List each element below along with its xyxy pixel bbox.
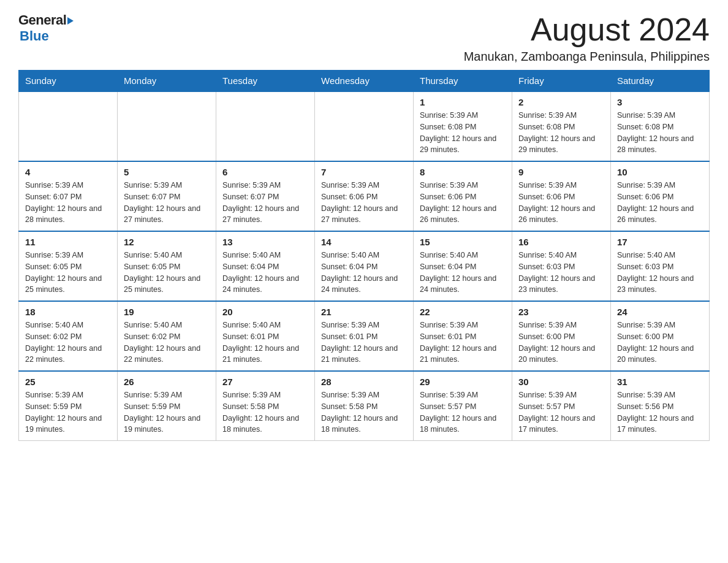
header-monday: Monday	[118, 71, 216, 92]
day-number: 3	[617, 97, 703, 107]
week-row-4: 18Sunrise: 5:40 AMSunset: 6:02 PMDayligh…	[19, 301, 710, 371]
calendar-cell: 20Sunrise: 5:40 AMSunset: 6:01 PMDayligh…	[216, 301, 315, 371]
header-friday: Friday	[512, 71, 611, 92]
calendar-cell: 19Sunrise: 5:40 AMSunset: 6:02 PMDayligh…	[118, 301, 216, 371]
calendar-cell: 10Sunrise: 5:39 AMSunset: 6:06 PMDayligh…	[611, 161, 710, 231]
day-info: Sunrise: 5:40 AMSunset: 6:04 PMDaylight:…	[222, 250, 308, 296]
day-number: 5	[124, 167, 210, 177]
day-info: Sunrise: 5:39 AMSunset: 6:08 PMDaylight:…	[420, 110, 506, 156]
day-number: 10	[617, 167, 703, 177]
calendar-cell: 22Sunrise: 5:39 AMSunset: 6:01 PMDayligh…	[414, 301, 512, 371]
calendar-cell: 6Sunrise: 5:39 AMSunset: 6:07 PMDaylight…	[216, 161, 315, 231]
day-info: Sunrise: 5:40 AMSunset: 6:01 PMDaylight:…	[222, 320, 308, 366]
calendar-cell: 9Sunrise: 5:39 AMSunset: 6:06 PMDaylight…	[512, 161, 611, 231]
day-number: 11	[25, 237, 111, 247]
day-number: 31	[617, 377, 703, 387]
day-info: Sunrise: 5:39 AMSunset: 5:58 PMDaylight:…	[321, 389, 407, 435]
day-info: Sunrise: 5:39 AMSunset: 6:08 PMDaylight:…	[617, 110, 703, 156]
calendar-cell: 11Sunrise: 5:39 AMSunset: 6:05 PMDayligh…	[19, 231, 118, 301]
day-number: 25	[25, 377, 111, 387]
day-info: Sunrise: 5:40 AMSunset: 6:03 PMDaylight:…	[518, 250, 604, 296]
day-info: Sunrise: 5:39 AMSunset: 5:56 PMDaylight:…	[617, 389, 703, 435]
day-number: 30	[518, 377, 604, 387]
day-info: Sunrise: 5:39 AMSunset: 6:07 PMDaylight:…	[25, 180, 111, 226]
day-number: 20	[222, 307, 308, 317]
calendar-cell: 27Sunrise: 5:39 AMSunset: 5:58 PMDayligh…	[216, 371, 315, 441]
calendar-cell	[315, 91, 414, 161]
page-header: General Blue August 2024 Manukan, Zamboa…	[18, 12, 710, 64]
calendar-cell: 13Sunrise: 5:40 AMSunset: 6:04 PMDayligh…	[216, 231, 315, 301]
calendar-cell: 29Sunrise: 5:39 AMSunset: 5:57 PMDayligh…	[414, 371, 512, 441]
day-number: 26	[124, 377, 210, 387]
week-row-3: 11Sunrise: 5:39 AMSunset: 6:05 PMDayligh…	[19, 231, 710, 301]
day-info: Sunrise: 5:39 AMSunset: 6:06 PMDaylight:…	[321, 180, 407, 226]
day-info: Sunrise: 5:39 AMSunset: 6:01 PMDaylight:…	[321, 320, 407, 366]
day-info: Sunrise: 5:39 AMSunset: 5:59 PMDaylight:…	[124, 389, 210, 435]
calendar-cell: 17Sunrise: 5:40 AMSunset: 6:03 PMDayligh…	[611, 231, 710, 301]
calendar-cell: 18Sunrise: 5:40 AMSunset: 6:02 PMDayligh…	[19, 301, 118, 371]
day-info: Sunrise: 5:40 AMSunset: 6:02 PMDaylight:…	[124, 320, 210, 366]
day-number: 2	[518, 97, 604, 107]
calendar-cell: 14Sunrise: 5:40 AMSunset: 6:04 PMDayligh…	[315, 231, 414, 301]
day-number: 7	[321, 167, 407, 177]
day-info: Sunrise: 5:40 AMSunset: 6:04 PMDaylight:…	[321, 250, 407, 296]
header-tuesday: Tuesday	[216, 71, 315, 92]
day-number: 14	[321, 237, 407, 247]
day-info: Sunrise: 5:39 AMSunset: 6:05 PMDaylight:…	[25, 250, 111, 296]
calendar-cell	[19, 91, 118, 161]
calendar-cell: 15Sunrise: 5:40 AMSunset: 6:04 PMDayligh…	[414, 231, 512, 301]
calendar-cell: 31Sunrise: 5:39 AMSunset: 5:56 PMDayligh…	[611, 371, 710, 441]
day-number: 16	[518, 237, 604, 247]
calendar-cell: 7Sunrise: 5:39 AMSunset: 6:06 PMDaylight…	[315, 161, 414, 231]
logo-general: General	[18, 12, 66, 28]
day-number: 18	[25, 307, 111, 317]
day-info: Sunrise: 5:39 AMSunset: 6:07 PMDaylight:…	[222, 180, 308, 226]
calendar-cell: 25Sunrise: 5:39 AMSunset: 5:59 PMDayligh…	[19, 371, 118, 441]
location-title: Manukan, Zamboanga Peninsula, Philippine…	[464, 50, 710, 64]
day-info: Sunrise: 5:39 AMSunset: 5:57 PMDaylight:…	[518, 389, 604, 435]
calendar-cell: 2Sunrise: 5:39 AMSunset: 6:08 PMDaylight…	[512, 91, 611, 161]
calendar-cell: 26Sunrise: 5:39 AMSunset: 5:59 PMDayligh…	[118, 371, 216, 441]
day-info: Sunrise: 5:39 AMSunset: 6:06 PMDaylight:…	[617, 180, 703, 226]
day-number: 8	[420, 167, 506, 177]
title-area: August 2024 Manukan, Zamboanga Peninsula…	[464, 12, 710, 64]
calendar-cell: 1Sunrise: 5:39 AMSunset: 6:08 PMDaylight…	[414, 91, 512, 161]
calendar-cell: 8Sunrise: 5:39 AMSunset: 6:06 PMDaylight…	[414, 161, 512, 231]
day-number: 12	[124, 237, 210, 247]
day-number: 22	[420, 307, 506, 317]
day-number: 13	[222, 237, 308, 247]
header-row: Sunday Monday Tuesday Wednesday Thursday…	[19, 71, 710, 92]
calendar-cell: 4Sunrise: 5:39 AMSunset: 6:07 PMDaylight…	[19, 161, 118, 231]
week-row-5: 25Sunrise: 5:39 AMSunset: 5:59 PMDayligh…	[19, 371, 710, 441]
calendar-cell: 24Sunrise: 5:39 AMSunset: 6:00 PMDayligh…	[611, 301, 710, 371]
day-info: Sunrise: 5:39 AMSunset: 6:07 PMDaylight:…	[124, 180, 210, 226]
month-title: August 2024	[464, 12, 710, 47]
day-info: Sunrise: 5:39 AMSunset: 6:08 PMDaylight:…	[518, 110, 604, 156]
day-number: 29	[420, 377, 506, 387]
calendar-cell	[216, 91, 315, 161]
calendar-cell: 30Sunrise: 5:39 AMSunset: 5:57 PMDayligh…	[512, 371, 611, 441]
day-number: 21	[321, 307, 407, 317]
day-info: Sunrise: 5:40 AMSunset: 6:05 PMDaylight:…	[124, 250, 210, 296]
day-number: 4	[25, 167, 111, 177]
day-number: 15	[420, 237, 506, 247]
day-number: 9	[518, 167, 604, 177]
week-row-1: 1Sunrise: 5:39 AMSunset: 6:08 PMDaylight…	[19, 91, 710, 161]
day-info: Sunrise: 5:39 AMSunset: 6:00 PMDaylight:…	[617, 320, 703, 366]
calendar-cell: 23Sunrise: 5:39 AMSunset: 6:00 PMDayligh…	[512, 301, 611, 371]
header-thursday: Thursday	[414, 71, 512, 92]
day-info: Sunrise: 5:39 AMSunset: 6:01 PMDaylight:…	[420, 320, 506, 366]
calendar-cell: 12Sunrise: 5:40 AMSunset: 6:05 PMDayligh…	[118, 231, 216, 301]
day-info: Sunrise: 5:39 AMSunset: 6:06 PMDaylight:…	[518, 180, 604, 226]
day-info: Sunrise: 5:39 AMSunset: 5:59 PMDaylight:…	[25, 389, 111, 435]
day-number: 24	[617, 307, 703, 317]
calendar-cell: 28Sunrise: 5:39 AMSunset: 5:58 PMDayligh…	[315, 371, 414, 441]
calendar-table: Sunday Monday Tuesday Wednesday Thursday…	[18, 70, 710, 441]
day-info: Sunrise: 5:39 AMSunset: 5:58 PMDaylight:…	[222, 389, 308, 435]
calendar-cell: 16Sunrise: 5:40 AMSunset: 6:03 PMDayligh…	[512, 231, 611, 301]
week-row-2: 4Sunrise: 5:39 AMSunset: 6:07 PMDaylight…	[19, 161, 710, 231]
day-info: Sunrise: 5:39 AMSunset: 6:00 PMDaylight:…	[518, 320, 604, 366]
day-number: 6	[222, 167, 308, 177]
day-number: 17	[617, 237, 703, 247]
calendar-cell: 3Sunrise: 5:39 AMSunset: 6:08 PMDaylight…	[611, 91, 710, 161]
